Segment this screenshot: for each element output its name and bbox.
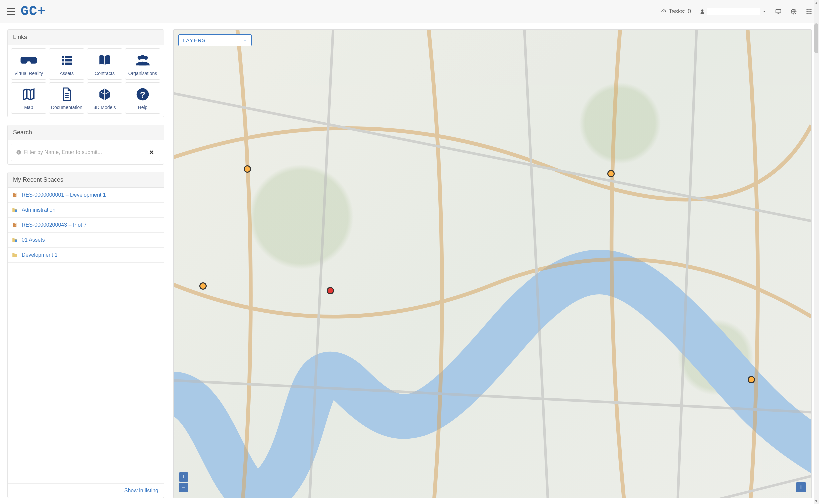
svg-rect-10 xyxy=(810,13,811,14)
recent-item-label: Development 1 xyxy=(22,252,58,258)
app-logo: GC+ xyxy=(21,4,46,19)
svg-point-19 xyxy=(140,55,145,59)
link-label: Organisations xyxy=(128,71,157,76)
search-panel: Search ✕ xyxy=(7,125,164,165)
svg-rect-5 xyxy=(807,11,808,12)
zoom-in-button[interactable]: + xyxy=(179,472,188,482)
link-label: 3D Models xyxy=(94,105,116,110)
map-marker[interactable] xyxy=(748,376,755,383)
svg-rect-2 xyxy=(807,9,808,10)
link-tile-help[interactable]: ?Help xyxy=(125,82,160,114)
svg-rect-8 xyxy=(807,13,808,14)
link-tile-documentation[interactable]: Documentation xyxy=(49,82,84,114)
link-tile-virtual-reality[interactable]: Virtual Reality xyxy=(11,48,46,80)
link-label: Help xyxy=(138,105,148,110)
map-marker[interactable] xyxy=(199,282,207,290)
link-label: Assets xyxy=(60,71,74,76)
svg-text:?: ? xyxy=(140,90,145,100)
building-icon xyxy=(12,192,18,198)
recent-item[interactable]: 01 Assets xyxy=(8,233,164,248)
help-icon: ? xyxy=(136,87,149,101)
link-label: Map xyxy=(24,105,33,110)
scroll-up-arrow[interactable]: ▲ xyxy=(814,1,819,5)
monitor-icon[interactable] xyxy=(775,8,782,15)
map-icon xyxy=(22,87,36,101)
map-marker[interactable] xyxy=(607,170,615,177)
dashboard-icon xyxy=(661,9,667,15)
svg-rect-16 xyxy=(65,63,72,65)
svg-rect-3 xyxy=(808,9,809,10)
clear-search-button[interactable]: ✕ xyxy=(148,149,155,156)
folder-globe-icon xyxy=(12,207,18,213)
link-label: Documentation xyxy=(51,105,82,110)
links-panel-title: Links xyxy=(8,30,164,45)
link-tile-map[interactable]: Map xyxy=(11,82,46,114)
svg-rect-28 xyxy=(14,195,14,195)
recent-item-label: Administration xyxy=(22,207,55,213)
layers-label: LAYERS xyxy=(183,37,206,43)
svg-rect-29 xyxy=(15,195,16,195)
svg-rect-26 xyxy=(14,193,14,194)
layers-dropdown[interactable]: LAYERS xyxy=(178,34,252,46)
svg-rect-32 xyxy=(14,223,14,224)
svg-rect-25 xyxy=(13,193,17,197)
link-tile-assets[interactable]: Assets xyxy=(49,48,84,80)
link-tile-contracts[interactable]: Contracts xyxy=(87,48,122,80)
topbar: GC+ Tasks: 0 xyxy=(0,0,819,23)
recent-item[interactable]: Administration xyxy=(8,203,164,218)
svg-rect-7 xyxy=(810,11,811,12)
recent-item[interactable]: RES-0000000001 – Development 1 xyxy=(8,188,164,203)
links-panel: Links Virtual RealityAssetsContractsOrga… xyxy=(7,29,164,117)
user-name xyxy=(707,8,760,15)
search-panel-title: Search xyxy=(8,125,164,140)
zoom-control: + − xyxy=(179,472,188,492)
page-scrollbar[interactable]: ▲ ▼ xyxy=(814,0,819,504)
svg-rect-9 xyxy=(808,13,809,14)
svg-rect-27 xyxy=(15,193,16,194)
svg-rect-6 xyxy=(808,11,809,12)
recent-item[interactable]: Development 1 xyxy=(8,248,164,263)
svg-point-30 xyxy=(15,209,17,212)
left-column: Links Virtual RealityAssetsContractsOrga… xyxy=(7,29,164,498)
chevron-down-icon xyxy=(762,10,766,14)
building-icon xyxy=(12,222,18,228)
recent-list[interactable]: RES-0000000001 – Development 1Administra… xyxy=(8,188,164,483)
svg-rect-13 xyxy=(62,59,64,62)
svg-rect-4 xyxy=(810,9,811,10)
scroll-thumb[interactable] xyxy=(814,23,818,53)
zoom-out-button[interactable]: − xyxy=(179,483,188,492)
scroll-down-arrow[interactable]: ▼ xyxy=(814,499,819,503)
file-icon xyxy=(61,87,73,101)
recent-item-label: RES-00000200043 – Plot 7 xyxy=(22,222,87,228)
svg-rect-15 xyxy=(62,63,64,65)
map-info-button[interactable]: i xyxy=(796,482,806,492)
users-icon xyxy=(135,53,150,67)
link-tile-3d-models[interactable]: 3D Models xyxy=(87,82,122,114)
tasks-count: 0 xyxy=(688,8,691,15)
grid-apps-icon[interactable] xyxy=(806,8,812,15)
svg-rect-11 xyxy=(62,56,64,58)
svg-rect-12 xyxy=(65,56,72,58)
show-in-listing-link[interactable]: Show in listing xyxy=(124,488,158,493)
map[interactable]: LAYERS + − i xyxy=(173,29,812,498)
recent-spaces-title: My Recent Spaces xyxy=(8,172,164,188)
link-label: Virtual Reality xyxy=(14,71,43,76)
recent-item-label: 01 Assets xyxy=(22,237,45,243)
menu-toggle[interactable] xyxy=(7,8,15,15)
svg-rect-33 xyxy=(15,223,16,224)
link-label: Contracts xyxy=(95,71,115,76)
vr-icon xyxy=(20,53,37,67)
globe-icon[interactable] xyxy=(790,8,797,15)
list-icon xyxy=(60,53,73,67)
folder-globe-icon xyxy=(12,237,18,243)
search-input[interactable] xyxy=(24,149,148,155)
svg-rect-34 xyxy=(14,225,14,225)
user-menu[interactable] xyxy=(700,8,766,15)
content: Links Virtual RealityAssetsContractsOrga… xyxy=(0,23,819,504)
cube-icon xyxy=(98,87,112,101)
svg-rect-35 xyxy=(15,225,16,225)
link-tile-organisations[interactable]: Organisations xyxy=(125,48,160,80)
folder-icon xyxy=(12,252,18,258)
recent-item[interactable]: RES-00000200043 – Plot 7 xyxy=(8,218,164,233)
tasks-indicator[interactable]: Tasks: 0 xyxy=(661,8,691,15)
